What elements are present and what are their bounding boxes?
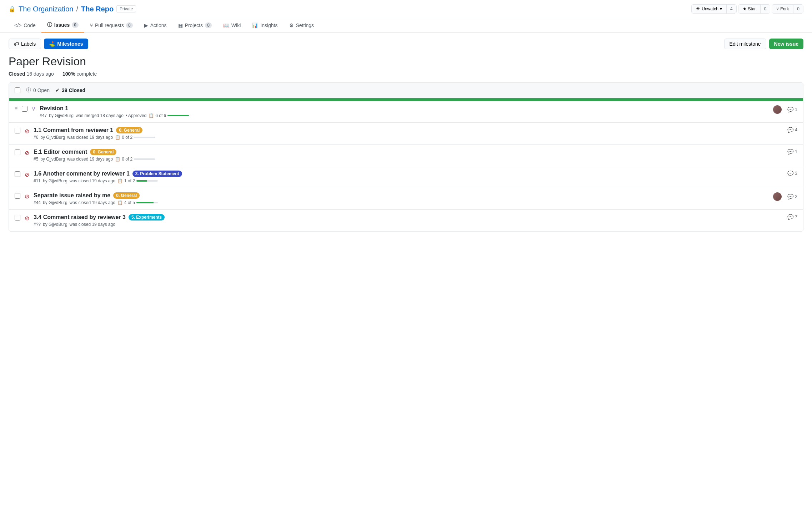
milestones-button[interactable]: ⛳ Milestones bbox=[44, 39, 88, 49]
issue-title-link[interactable]: Separate issue raised by me bbox=[34, 192, 110, 199]
insights-icon: 📊 bbox=[252, 22, 258, 28]
labels-label: Labels bbox=[21, 41, 36, 47]
issue-right: 💬 2 bbox=[773, 192, 797, 201]
complete-pct: 100% bbox=[62, 71, 75, 77]
closed-issue-icon: ⊘ bbox=[25, 128, 29, 135]
open-count-label: 0 Open bbox=[33, 87, 50, 93]
milestone-progress-bar bbox=[9, 98, 803, 101]
comment-count: 💬 4 bbox=[787, 127, 797, 133]
issue-sub: #47 by GjjvdBurg was merged 18 days ago … bbox=[40, 113, 769, 118]
label-badge: 3. Problem Statement bbox=[132, 171, 182, 177]
issue-checkbox[interactable] bbox=[15, 215, 20, 221]
comment-icon: 💬 bbox=[787, 194, 793, 199]
issue-extra: • Approved bbox=[126, 113, 146, 118]
tab-settings[interactable]: ⚙ Settings bbox=[284, 19, 320, 32]
issue-open-icon: ⓘ bbox=[26, 87, 31, 93]
fork-button[interactable]: ⑂ Fork bbox=[772, 5, 793, 13]
issue-checkbox[interactable] bbox=[15, 171, 20, 177]
comment-count-value: 1 bbox=[795, 149, 797, 154]
comment-count: 💬 1 bbox=[787, 107, 797, 112]
issue-title-link[interactable]: Revision 1 bbox=[40, 105, 68, 112]
issue-title-link[interactable]: 3.4 Comment raised by reviewer 3 bbox=[34, 214, 126, 221]
star-group: ★ Star 0 bbox=[738, 4, 771, 14]
comment-count-value: 7 bbox=[795, 214, 797, 219]
unwatch-count[interactable]: 4 bbox=[727, 5, 736, 13]
star-button[interactable]: ★ Star bbox=[738, 5, 761, 13]
issue-number: #6 bbox=[34, 135, 38, 140]
tab-code[interactable]: </> Code bbox=[9, 19, 41, 32]
tab-projects[interactable]: ▦ Projects 0 bbox=[172, 19, 217, 32]
issue-checkbox[interactable] bbox=[15, 193, 20, 199]
private-badge: Private bbox=[116, 5, 136, 12]
tab-issues-label: Issues bbox=[54, 22, 70, 28]
issue-item: ⊘ E.1 Editor comment 0. General #5 by Gj… bbox=[9, 145, 803, 166]
drag-handle[interactable]: ≡ bbox=[15, 105, 17, 111]
issue-item: ⊘ 3.4 Comment raised by reviewer 3 5. Ex… bbox=[9, 210, 803, 231]
issue-content: 1.6 Another comment by reviewer 1 3. Pro… bbox=[34, 171, 783, 183]
tab-issues[interactable]: ⓘ Issues 0 bbox=[41, 18, 84, 32]
unwatch-label: Unwatch bbox=[702, 6, 718, 11]
milestone-icon: ⛳ bbox=[49, 41, 55, 47]
org-name-link[interactable]: The Organization bbox=[19, 5, 73, 13]
issue-checkbox[interactable] bbox=[22, 106, 27, 112]
issue-sub: #6 by GjjvdBurg was closed 19 days ago 📋… bbox=[34, 135, 783, 140]
open-count: ⓘ 0 Open bbox=[26, 87, 50, 93]
milestone-complete: 100% complete bbox=[62, 71, 97, 77]
avatar-image bbox=[773, 192, 782, 201]
tab-pr-label: Pull requests bbox=[95, 22, 124, 28]
tab-wiki-label: Wiki bbox=[231, 22, 241, 28]
task-bar-fill bbox=[167, 115, 189, 116]
comment-count: 💬 1 bbox=[787, 149, 797, 154]
label-badge: 0. General bbox=[113, 192, 140, 199]
issue-action: was merged 18 days ago bbox=[76, 113, 124, 118]
label-icon: 🏷 bbox=[14, 41, 19, 47]
issue-title-link[interactable]: 1.1 Comment from reviewer 1 bbox=[34, 127, 113, 133]
tab-actions[interactable]: ▶ Actions bbox=[139, 19, 172, 32]
issue-right: 💬 4 bbox=[787, 127, 797, 133]
label-badge: 5. Experiments bbox=[129, 214, 165, 221]
issue-item: ⊘ Separate issue raised by me 0. General… bbox=[9, 188, 803, 210]
star-icon: ★ bbox=[743, 6, 747, 11]
task-bar-fill bbox=[136, 180, 147, 182]
comment-icon: 💬 bbox=[787, 149, 793, 154]
issue-content: Separate issue raised by me 0. General #… bbox=[34, 192, 769, 205]
tab-insights[interactable]: 📊 Insights bbox=[246, 19, 283, 32]
task-icon: 📋 bbox=[115, 157, 120, 162]
issues-count: ⓘ 0 Open ✓ 39 Closed bbox=[26, 87, 85, 93]
tab-wiki[interactable]: 📖 Wiki bbox=[217, 19, 246, 32]
issue-action: was closed 19 days ago bbox=[67, 135, 113, 140]
wiki-icon: 📖 bbox=[223, 22, 229, 28]
select-all-checkbox[interactable] bbox=[15, 87, 20, 93]
issue-title-link[interactable]: E.1 Editor comment bbox=[34, 149, 87, 155]
task-progress: 📋 0 of 2 bbox=[115, 157, 155, 162]
new-issue-button[interactable]: New issue bbox=[769, 39, 803, 49]
edit-milestone-button[interactable]: Edit milestone bbox=[724, 39, 766, 49]
repo-actions: 👁 Unwatch ▾ 4 ★ Star 0 ⑂ Fork 0 bbox=[691, 4, 803, 14]
closed-issue-icon: ⊘ bbox=[25, 149, 29, 156]
projects-badge: 0 bbox=[205, 22, 212, 28]
tab-pull-requests[interactable]: ⑂ Pull requests 0 bbox=[84, 19, 139, 32]
unwatch-button[interactable]: 👁 Unwatch ▾ bbox=[692, 5, 727, 13]
task-progress: 📋 0 of 2 bbox=[115, 135, 155, 140]
task-progress: 📋 6 of 6 bbox=[149, 113, 189, 118]
task-icon: 📋 bbox=[149, 113, 154, 118]
issue-action: was closed 19 days ago bbox=[70, 200, 115, 205]
labels-button[interactable]: 🏷 Labels bbox=[9, 39, 41, 49]
issue-sub: #5 by GjjvdBurg was closed 19 days ago 📋… bbox=[34, 157, 783, 162]
repo-title: 🔒 The Organization / The Repo Private bbox=[9, 5, 136, 13]
issue-number: #5 bbox=[34, 157, 38, 162]
issue-author: by GjjvdBurg bbox=[43, 200, 67, 205]
issue-title-link[interactable]: 1.6 Another comment by reviewer 1 bbox=[34, 171, 130, 177]
issues-icon: ⓘ bbox=[47, 22, 52, 28]
star-count[interactable]: 0 bbox=[761, 5, 770, 13]
issue-number: #47 bbox=[40, 113, 47, 118]
repo-name-link[interactable]: The Repo bbox=[81, 5, 114, 13]
task-bar bbox=[167, 115, 189, 116]
issue-checkbox[interactable] bbox=[15, 128, 20, 133]
issue-item: ≡ ⑂ Revision 1 #47 by GjjvdBurg was merg… bbox=[9, 101, 803, 123]
milestone-status: Closed 16 days ago bbox=[9, 71, 54, 77]
issue-title-row: 1.1 Comment from reviewer 1 0. General bbox=[34, 127, 783, 133]
fork-count[interactable]: 0 bbox=[793, 5, 803, 13]
issue-checkbox[interactable] bbox=[15, 149, 20, 155]
task-bar bbox=[134, 137, 155, 138]
